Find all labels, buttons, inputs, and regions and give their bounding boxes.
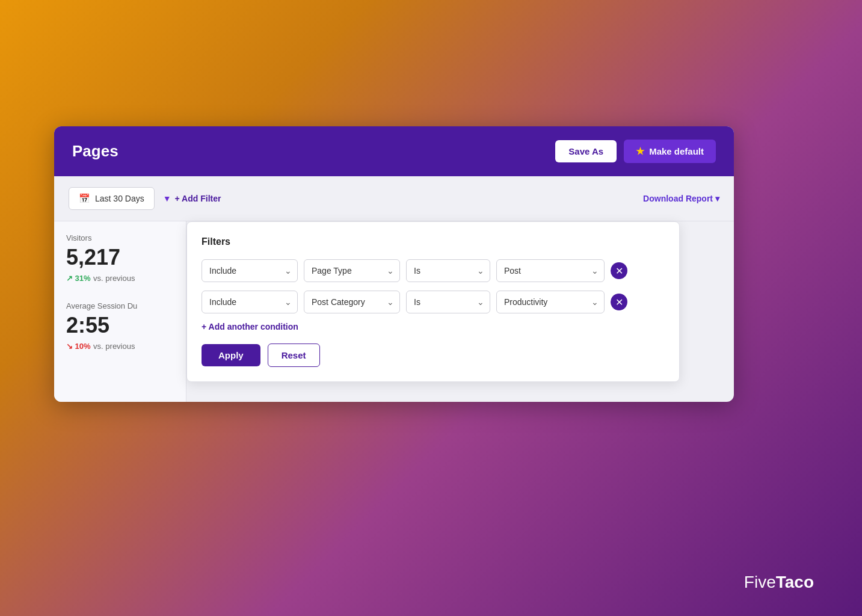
operator-select-2[interactable]: Is Is Not Contains [406,291,490,313]
value-select-1[interactable]: Post Page Product [496,259,605,282]
stat-visitors: Visitors 5,217 ↗ 31% vs. previous [66,233,174,283]
filter-actions: Apply Reset [202,343,665,367]
date-range-label: Last 30 Days [95,194,144,203]
add-filter-label: + Add Filter [175,194,221,203]
page-title: Pages [72,142,119,161]
date-range-button[interactable]: 📅 Last 30 Days [69,187,155,210]
remove-filter-2-button[interactable]: ✕ [611,294,627,310]
value-select-wrapper-2: Productivity Tech Design [496,291,605,313]
stat-visitors-secondary: vs. previous [93,274,135,283]
stats-panel: Visitors 5,217 ↗ 31% vs. previous Averag… [54,221,186,402]
stat-visitors-value: 5,217 [66,245,174,270]
field-select-1[interactable]: Page Type Post Category URL Title [304,259,400,282]
value-select-wrapper-1: Post Page Product [496,259,605,282]
chevron-down-icon: ▾ [715,194,719,203]
include-select-1[interactable]: Include Exclude [202,259,298,282]
download-report-label: Download Report [643,194,713,203]
download-report-button[interactable]: Download Report ▾ [643,194,719,203]
content-area: Visitors 5,217 ↗ 31% vs. previous Averag… [54,221,734,402]
make-default-label: Make default [649,146,704,156]
card-header: Pages Save As ★ Make default [54,126,734,176]
filter-row-1: Include Exclude Page Type Post Category … [202,259,665,282]
remove-filter-1-button[interactable]: ✕ [611,262,627,279]
operator-select-1[interactable]: Is Is Not Contains [406,259,490,282]
stat-session-change: ↘ 10% [66,342,91,351]
main-card: Pages Save As ★ Make default 📅 Last 30 D… [54,126,734,402]
filter-icon: ▼ [163,194,171,203]
header-actions: Save As ★ Make default [555,140,716,163]
add-filter-button[interactable]: ▼ + Add Filter [163,194,221,203]
brand-five: Five [744,573,776,591]
add-condition-button[interactable]: + Add another condition [202,322,298,331]
stat-session: Average Session Du 2:55 ↘ 10% vs. previo… [66,301,174,351]
star-icon: ★ [636,146,644,157]
reset-button[interactable]: Reset [268,343,320,367]
operator-select-wrapper-1: Is Is Not Contains [406,259,490,282]
filters-title: Filters [202,236,665,247]
branding: FiveTaco [744,573,814,592]
stat-session-secondary: vs. previous [93,342,135,351]
include-select-wrapper-2: Include Exclude [202,291,298,313]
stat-session-value: 2:55 [66,313,174,338]
toolbar: 📅 Last 30 Days ▼ + Add Filter Download R… [54,176,734,221]
include-select-wrapper-1: Include Exclude [202,259,298,282]
stat-visitors-change: ↗ 31% [66,274,91,283]
filter-row-2: Include Exclude Post Category Page Type … [202,291,665,313]
include-select-2[interactable]: Include Exclude [202,291,298,313]
field-select-wrapper-2: Post Category Page Type URL Title [304,291,400,313]
field-select-wrapper-1: Page Type Post Category URL Title [304,259,400,282]
stat-session-label: Average Session Du [66,301,174,310]
calendar-icon: 📅 [79,193,90,204]
save-as-button[interactable]: Save As [555,140,617,162]
toolbar-left: 📅 Last 30 Days ▼ + Add Filter [69,187,221,210]
field-select-2[interactable]: Post Category Page Type URL Title [304,291,400,313]
value-select-2[interactable]: Productivity Tech Design [496,291,605,313]
filters-panel: Filters Include Exclude Page Type Post C… [186,221,680,382]
apply-button[interactable]: Apply [202,344,260,366]
make-default-button[interactable]: ★ Make default [624,140,716,163]
operator-select-wrapper-2: Is Is Not Contains [406,291,490,313]
brand-taco: Taco [776,573,814,591]
stat-visitors-label: Visitors [66,233,174,242]
